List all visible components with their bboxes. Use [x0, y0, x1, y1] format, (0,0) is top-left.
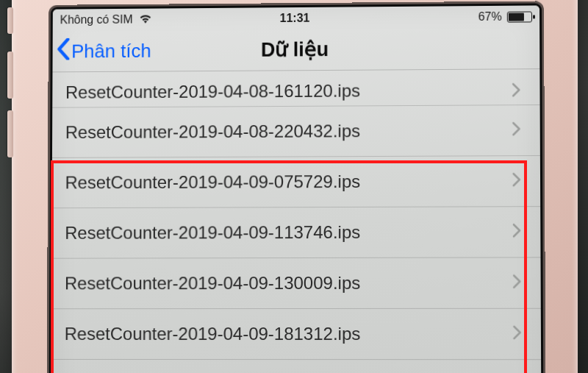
file-name-label: ResetCounter-2019-04-09-113746.ips — [65, 221, 512, 243]
volume-up-button — [7, 51, 13, 99]
phone-body: Không có SIM 11:31 67% — [12, 0, 578, 373]
file-name-label: ResetCounter-2019-04-09-075729.ips — [65, 171, 512, 193]
nav-bar: Phân tích Dữ liệu — [52, 27, 539, 72]
battery-icon — [507, 11, 532, 22]
chevron-right-icon — [512, 274, 521, 292]
list-item[interactable]: ResetCounter-2019-04-08-220432.ips — [52, 105, 540, 158]
battery-pct-label: 67% — [478, 11, 502, 23]
list-item[interactable]: ResetCounter-2019-04-09-130009.ips — [51, 257, 541, 309]
file-list[interactable]: ResetCounter-2019-04-08-161120.ips Reset… — [51, 69, 541, 360]
phone-screen: Không có SIM 11:31 67% — [51, 5, 542, 373]
chevron-right-icon — [512, 172, 521, 190]
chevron-right-icon — [512, 121, 520, 139]
mute-switch — [7, 7, 13, 34]
wifi-icon — [137, 13, 152, 26]
chevron-right-icon — [512, 223, 521, 241]
file-name-label: ResetCounter-2019-04-09-130009.ips — [65, 273, 512, 294]
file-name-label: ResetCounter-2019-04-09-181312.ips — [65, 324, 513, 344]
file-name-label: ResetCounter-2019-04-08-161120.ips — [65, 79, 512, 102]
nav-title: Dữ liệu — [261, 38, 329, 60]
list-item[interactable]: ResetCounter-2019-04-08-161120.ips — [52, 69, 539, 108]
volume-down-button — [7, 110, 13, 157]
status-left: Không có SIM — [60, 13, 153, 27]
carrier-label: Không có SIM — [60, 14, 133, 26]
status-right: 67% — [478, 10, 532, 22]
back-label: Phân tích — [71, 40, 151, 63]
status-bar: Không có SIM 11:31 67% — [53, 5, 539, 31]
list-item[interactable]: ResetCounter-2019-04-09-075729.ips — [52, 156, 541, 208]
back-button[interactable]: Phân tích — [57, 38, 151, 65]
chevron-right-icon — [512, 325, 521, 343]
chevron-left-icon — [57, 38, 70, 65]
chevron-right-icon — [512, 82, 520, 100]
photo-background: Không có SIM 11:31 67% — [0, 0, 588, 373]
file-name-label: ResetCounter-2019-04-08-220432.ips — [65, 120, 512, 143]
list-item[interactable]: ResetCounter-2019-04-09-181312.ips — [51, 309, 541, 360]
clock-label: 11:31 — [280, 12, 310, 24]
list-item[interactable]: ResetCounter-2019-04-09-113746.ips — [51, 207, 540, 259]
